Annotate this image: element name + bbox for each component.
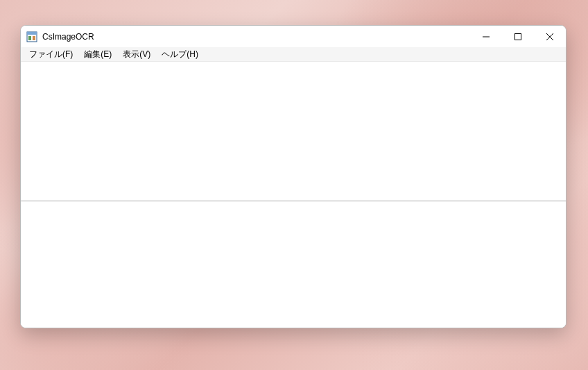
client-area bbox=[21, 62, 566, 328]
maximize-button[interactable] bbox=[502, 26, 534, 47]
minimize-button[interactable] bbox=[470, 26, 502, 47]
svg-line-6 bbox=[546, 33, 553, 40]
svg-line-7 bbox=[546, 33, 553, 40]
titlebar[interactable]: CsImageOCR bbox=[21, 26, 566, 47]
menu-view[interactable]: 表示(V) bbox=[117, 47, 156, 61]
menu-edit-label: 編集(E) bbox=[84, 49, 112, 60]
window-title: CsImageOCR bbox=[42, 32, 94, 42]
menu-help-label: ヘルプ(H) bbox=[162, 49, 198, 60]
menu-file[interactable]: ファイル(F) bbox=[24, 47, 78, 61]
svg-rect-3 bbox=[33, 36, 35, 40]
app-window: CsImageOCR ファイル(F) 編集(E) 表示(V) ヘルプ(H) bbox=[20, 25, 567, 328]
svg-rect-1 bbox=[27, 32, 37, 35]
close-button[interactable] bbox=[534, 26, 566, 47]
menu-help[interactable]: ヘルプ(H) bbox=[156, 47, 204, 61]
menu-edit[interactable]: 編集(E) bbox=[78, 47, 117, 61]
desktop-background: CsImageOCR ファイル(F) 編集(E) 表示(V) ヘルプ(H) bbox=[0, 0, 588, 370]
image-panel[interactable] bbox=[21, 62, 566, 201]
title-left: CsImageOCR bbox=[26, 31, 94, 42]
text-panel[interactable] bbox=[21, 201, 566, 328]
menubar: ファイル(F) 編集(E) 表示(V) ヘルプ(H) bbox=[21, 47, 566, 62]
menu-view-label: 表示(V) bbox=[123, 49, 150, 60]
menu-file-label: ファイル(F) bbox=[29, 49, 73, 60]
window-controls bbox=[470, 26, 566, 47]
svg-rect-5 bbox=[515, 33, 521, 40]
app-icon bbox=[26, 31, 37, 42]
svg-rect-2 bbox=[28, 36, 31, 40]
